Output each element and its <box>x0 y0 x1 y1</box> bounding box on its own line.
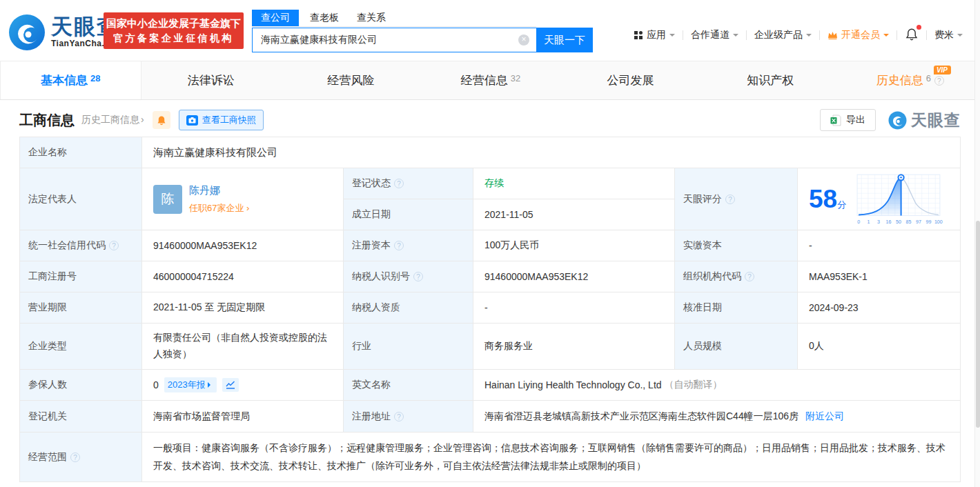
legal-rep-link[interactable]: 陈丹娜 <box>189 184 249 197</box>
label-text: 成立日期 <box>352 208 391 221</box>
svg-text:0: 0 <box>857 219 860 224</box>
field-value-insured: 0 2023年报 <box>142 370 344 401</box>
search-tab-boss[interactable]: 查老板 <box>306 10 343 26</box>
help-icon[interactable] <box>934 76 944 86</box>
field-label-address: 注册地址 <box>344 401 473 433</box>
value-text: - <box>484 302 488 313</box>
help-icon[interactable] <box>394 241 404 250</box>
label-text: 人员规模 <box>683 340 722 352</box>
help-icon[interactable] <box>394 412 404 421</box>
help-icon[interactable] <box>725 195 735 204</box>
label-text: 注册资本 <box>352 239 391 252</box>
svg-text:3: 3 <box>877 219 880 224</box>
value-text: 91460000MAA953EK12 <box>484 271 588 282</box>
field-value-taxpayer-quality: - <box>473 292 675 324</box>
tab-history-info[interactable]: 历史信息 6 VIP <box>840 61 980 99</box>
alarm-bell-icon <box>157 115 166 126</box>
tianyancha-logo-icon <box>8 14 46 51</box>
value-text: 2021-11-05 <box>484 209 533 220</box>
help-icon[interactable] <box>745 272 754 281</box>
watermark-logo-icon <box>888 111 907 130</box>
search-button[interactable]: 天眼一下 <box>536 28 593 52</box>
field-label-reg-number: 工商注册号 <box>20 261 142 292</box>
insured-trend-button[interactable] <box>222 378 239 392</box>
tab-ip[interactable]: 知识产权 <box>700 61 841 99</box>
label-text: 纳税人识别号 <box>352 270 410 283</box>
tab-count: 6 <box>926 73 931 83</box>
annual-report-link[interactable]: 2023年报 <box>164 377 217 392</box>
label-text: 营业期限 <box>28 301 67 314</box>
label-text: 注册地址 <box>352 410 391 423</box>
badge-line2: 官方备案企业征信机构 <box>113 32 234 45</box>
caret-down-icon <box>669 34 675 39</box>
value-text: - <box>809 240 812 251</box>
avatar[interactable]: 陈 <box>153 185 182 214</box>
field-value-staff-size: 0人 <box>798 324 960 370</box>
top-header: 天眼查 TianYanCha.com 国家中小企业发展子基金旗下 官方备案企业征… <box>0 0 980 61</box>
tab-risk[interactable]: 经营风险 <box>281 61 421 99</box>
score-axis-ticks: 0 1 3 16 50 85 97 99 100 <box>857 219 943 224</box>
caret-down-icon <box>806 34 812 39</box>
field-value-address: 海南省澄迈县老城镇高新技术产业示范区海南生态软件园C44幢一层106房 附近公司 <box>473 401 960 433</box>
export-label: 导出 <box>846 114 865 126</box>
section-title: 工商信息 <box>19 111 75 130</box>
history-info-link[interactable]: 历史工商信息› <box>81 114 144 126</box>
business-snapshot-button[interactable]: 查看工商快照 <box>179 110 264 130</box>
tab-development[interactable]: 公司发展 <box>560 61 700 99</box>
camera-icon <box>186 115 198 126</box>
scrollbar-thumb[interactable] <box>976 221 980 428</box>
nav-vip-label: 开通会员 <box>841 29 880 41</box>
search-tab-company[interactable]: 查公司 <box>252 10 299 26</box>
nav-apps[interactable]: 应用 <box>627 29 683 41</box>
field-value-score: 58分 0 1 <box>798 168 960 230</box>
tab-legal[interactable]: 法律诉讼 <box>141 61 282 99</box>
nav-enterprise[interactable]: 企业级产品 <box>747 29 819 41</box>
help-icon[interactable] <box>70 453 80 462</box>
search-input[interactable] <box>252 28 536 52</box>
field-label-approval-date: 核准日期 <box>675 292 798 324</box>
english-name: Hainan Liying Health Technology Co., Ltd <box>484 379 662 390</box>
field-label-authority: 登记机关 <box>20 401 142 433</box>
auto-translate-note: （自动翻译） <box>665 379 723 391</box>
svg-text:1: 1 <box>868 219 870 224</box>
annual-report-label: 2023年报 <box>168 379 206 391</box>
excel-icon <box>830 115 841 126</box>
field-label-staff-size: 人员规模 <box>675 324 798 370</box>
notifications-bell[interactable] <box>897 28 926 43</box>
svg-text:50: 50 <box>896 219 901 224</box>
caret-down-icon <box>957 34 963 39</box>
scrollbar[interactable] <box>974 0 980 487</box>
rep-positions-link[interactable]: 任职67家企业 › <box>189 202 249 215</box>
help-icon[interactable] <box>394 179 404 188</box>
insured-count: 0 <box>153 379 159 390</box>
nav-vip[interactable]: 开通会员 <box>820 29 896 41</box>
search-area: 查公司 查老板 查关系 天眼一下 <box>252 8 593 52</box>
clear-icon[interactable] <box>518 34 529 46</box>
value-text: 0人 <box>809 340 824 352</box>
field-label-company-type: 企业类型 <box>20 324 142 370</box>
help-icon[interactable] <box>413 272 423 281</box>
nav-partner-label: 合作通道 <box>691 29 729 41</box>
nav-user[interactable]: 费米 <box>927 29 970 41</box>
export-button[interactable]: 导出 <box>820 109 876 131</box>
svg-text:99: 99 <box>926 219 932 224</box>
nav-enterprise-label: 企业级产品 <box>754 29 803 41</box>
search-tab-relation[interactable]: 查关系 <box>353 10 390 26</box>
svg-text:100: 100 <box>934 219 943 224</box>
nearby-companies-link[interactable]: 附近公司 <box>805 410 844 423</box>
field-value-paid-capital: - <box>798 230 960 261</box>
tab-basic-info[interactable]: 基本信息 28 <box>0 61 141 99</box>
monitor-bell-button[interactable] <box>153 111 170 129</box>
snapshot-label: 查看工商快照 <box>202 114 256 126</box>
score-number: 58分 <box>809 186 846 212</box>
tab-operation-info[interactable]: 经营信息 32 <box>421 61 561 99</box>
field-value-established: 2021-11-05 <box>473 199 675 230</box>
field-value-term: 2021-11-05 至 无固定期限 <box>142 292 344 324</box>
help-icon[interactable] <box>109 241 119 250</box>
vip-badge: VIP <box>934 66 951 74</box>
label-text: 英文名称 <box>352 379 391 391</box>
page-tabs: 基本信息 28 法律诉讼 经营风险 经营信息 32 公司发展 知识产权 历史信息… <box>0 61 980 100</box>
nav-partner[interactable]: 合作通道 <box>683 29 746 41</box>
value-text: 商务服务业 <box>484 340 533 352</box>
label-text: 工商注册号 <box>28 270 77 283</box>
